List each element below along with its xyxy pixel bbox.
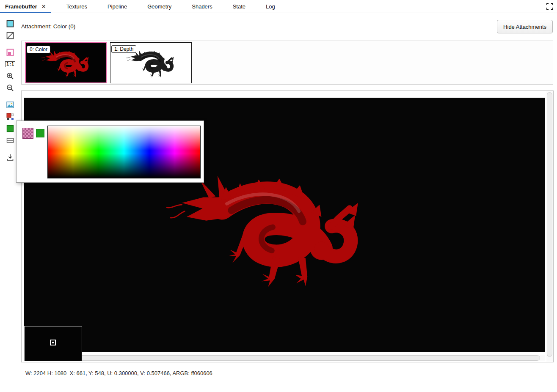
flatten-icon[interactable] xyxy=(5,135,15,145)
attachment-label-chip: 0: Color xyxy=(27,46,50,53)
channels-rgba-icon[interactable] xyxy=(5,112,15,122)
tab-label: Geometry xyxy=(147,3,171,10)
tab-label: Shaders xyxy=(192,3,212,10)
no-alpha-toggle-icon[interactable] xyxy=(5,30,15,41)
horizontal-scrollbar-thumb[interactable] xyxy=(25,355,540,361)
horizontal-scrollbar[interactable] xyxy=(24,355,545,361)
minimap-overview[interactable] xyxy=(24,326,82,361)
fullscreen-icon[interactable] xyxy=(546,3,554,10)
attachment-1-depth[interactable]: 1: Depth xyxy=(110,42,192,83)
tab-label: Framebuffer xyxy=(5,3,37,10)
hide-attachments-button[interactable]: Hide Attachments xyxy=(497,20,553,33)
tab-label: State xyxy=(233,3,245,10)
region-zoom-icon[interactable] xyxy=(5,47,15,58)
tab-log[interactable]: Log xyxy=(261,0,280,13)
green-color-swatch-icon[interactable] xyxy=(5,123,15,134)
tab-geometry[interactable]: Geometry xyxy=(142,0,176,13)
attachment-label-chip: 1: Depth xyxy=(111,45,136,53)
tab-framebuffer[interactable]: Framebuffer ✕ xyxy=(0,0,51,13)
save-icon[interactable] xyxy=(5,152,15,162)
attachment-header: Attachment: Color (0) xyxy=(21,23,75,30)
zoom-out-icon[interactable] xyxy=(5,83,15,93)
zoom-in-icon[interactable] xyxy=(5,71,15,81)
minimap-view-rect[interactable] xyxy=(50,340,56,345)
close-icon[interactable]: ✕ xyxy=(41,4,46,9)
hsv-gradient-picker[interactable] xyxy=(47,126,201,178)
tab-label: Log xyxy=(266,3,275,10)
zoom-actual-label: 1:1 xyxy=(5,61,15,67)
background-color-swatch-icon[interactable] xyxy=(5,19,15,29)
vertical-scrollbar[interactable] xyxy=(546,91,553,362)
tab-state[interactable]: State xyxy=(228,0,251,13)
left-toolbar: 1:1 xyxy=(4,19,16,164)
tab-bar: Framebuffer ✕ Textures Pipeline Geometry… xyxy=(0,0,557,13)
green-color-swatch[interactable] xyxy=(36,129,44,137)
image-mode-icon[interactable] xyxy=(5,100,15,110)
tab-pipeline[interactable]: Pipeline xyxy=(102,0,132,13)
current-color-alpha-swatch[interactable] xyxy=(22,128,33,139)
tab-label: Pipeline xyxy=(108,3,127,10)
tab-textures[interactable]: Textures xyxy=(61,0,92,13)
color-picker-popup xyxy=(16,121,204,183)
tab-label: Textures xyxy=(66,3,87,10)
vertical-scrollbar-thumb[interactable] xyxy=(547,92,552,357)
framebuffer-debugger-window: Framebuffer ✕ Textures Pipeline Geometry… xyxy=(0,0,557,392)
zoom-actual-button[interactable]: 1:1 xyxy=(5,59,15,69)
attachment-0-color[interactable]: 0: Color xyxy=(25,42,107,83)
attachments-strip: 0: Color 1: Depth xyxy=(21,41,553,85)
tab-shaders[interactable]: Shaders xyxy=(187,0,217,13)
status-bar: W: 2204 H: 1080 X: 661, Y: 548, U: 0.300… xyxy=(25,370,212,376)
